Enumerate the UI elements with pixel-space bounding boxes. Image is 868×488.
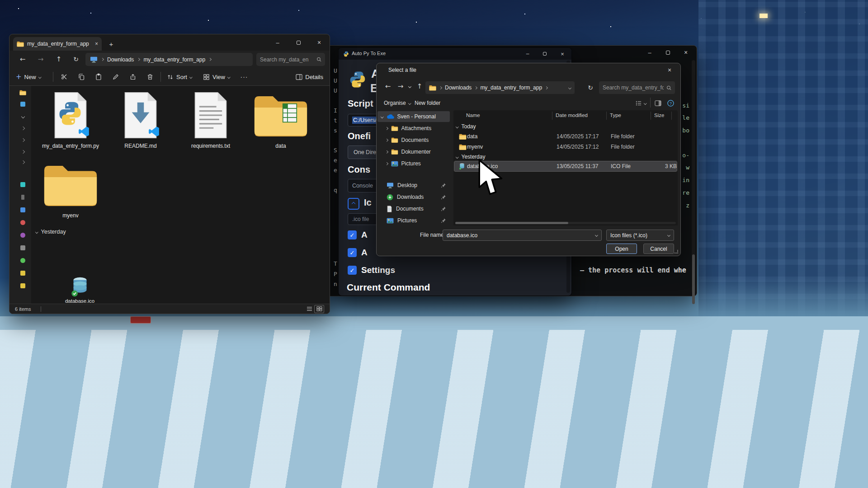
sidebar-item-dokumenter[interactable]: Dokumenter bbox=[377, 146, 450, 157]
sidebar-item-downloads[interactable]: Downloads bbox=[377, 192, 450, 202]
chevron-right-icon[interactable] bbox=[21, 160, 25, 164]
explorer-sidebar[interactable] bbox=[9, 86, 31, 304]
explorer-tab[interactable]: my_data_entry_form_app × bbox=[13, 37, 102, 51]
explorer-maximize-button[interactable] bbox=[288, 34, 309, 51]
preview-pane-button[interactable] bbox=[653, 98, 662, 108]
file-row-data[interactable]: data 14/05/2025 17:17 File folder bbox=[454, 131, 677, 141]
explorer-tabbar[interactable]: my_data_entry_form_app × + – × bbox=[9, 34, 330, 51]
sidebar-icon[interactable] bbox=[20, 258, 25, 263]
sidebar-item-documents-pinned[interactable]: Documents bbox=[377, 203, 450, 214]
copy-button[interactable] bbox=[75, 71, 87, 82]
explorer-refresh-button[interactable]: ↻ bbox=[70, 53, 82, 65]
file-tile-requirements[interactable]: requirements.txt bbox=[177, 88, 245, 155]
dialog-titlebar[interactable]: Select a file × bbox=[377, 63, 680, 77]
terminal-scrollbar[interactable] bbox=[692, 60, 695, 293]
explorer-up-button[interactable]: ↑ bbox=[53, 53, 65, 65]
autopy-maximize-button[interactable] bbox=[536, 48, 553, 60]
thumbnail-view-toggle[interactable] bbox=[314, 305, 324, 313]
file-tile-data-folder[interactable]: data bbox=[247, 88, 315, 155]
explorer-back-button[interactable]: ← bbox=[17, 53, 28, 65]
share-button[interactable] bbox=[127, 71, 139, 82]
breadcrumb-downloads[interactable]: Downloads bbox=[107, 56, 134, 63]
file-name-input[interactable] bbox=[447, 232, 595, 239]
terminal-scrollbar-thumb[interactable] bbox=[692, 254, 695, 304]
settings-section[interactable]: ✓ Settings bbox=[348, 265, 395, 276]
explorer-search-input[interactable] bbox=[260, 56, 314, 63]
dialog-forward-button[interactable]: → bbox=[395, 80, 406, 92]
file-tile-database-ico[interactable]: database.ico bbox=[49, 276, 110, 307]
explorer-close-button[interactable]: × bbox=[309, 34, 330, 51]
delete-button[interactable] bbox=[144, 71, 156, 82]
sidebar-folder-icon[interactable] bbox=[19, 90, 26, 95]
autopy-close-button[interactable]: × bbox=[553, 48, 571, 60]
terminal-close-button[interactable]: × bbox=[677, 46, 695, 59]
checkbox-checked-icon[interactable]: ✓ bbox=[348, 248, 357, 257]
breadcrumb-folder[interactable]: my_data_entry_form_app bbox=[480, 84, 542, 91]
advanced-section[interactable]: ✓ A bbox=[348, 247, 368, 258]
sidebar-item-onedrive-root[interactable]: Sven - Personal bbox=[377, 111, 450, 122]
sidebar-item-desktop[interactable]: Desktop bbox=[377, 180, 450, 191]
sidebar-icon[interactable] bbox=[20, 245, 25, 250]
sidebar-icon[interactable] bbox=[20, 233, 25, 238]
icon-section-expander[interactable] bbox=[348, 198, 359, 210]
sidebar-item-attachments[interactable]: Attachments bbox=[377, 123, 450, 134]
sidebar-icon[interactable] bbox=[20, 102, 25, 107]
sort-button[interactable]: Sort bbox=[167, 71, 192, 82]
details-view-toggle[interactable] bbox=[304, 305, 314, 313]
sidebar-icon[interactable] bbox=[20, 207, 25, 212]
help-button[interactable]: ? bbox=[666, 98, 675, 108]
breadcrumb-downloads[interactable]: Downloads bbox=[445, 84, 472, 91]
rename-button[interactable] bbox=[110, 71, 122, 82]
column-header-type[interactable]: Type bbox=[610, 113, 621, 118]
column-header-date[interactable]: Date modified bbox=[556, 113, 588, 118]
file-name-combobox[interactable] bbox=[443, 230, 602, 241]
chevron-right-icon[interactable] bbox=[21, 150, 25, 154]
view-mode-button[interactable] bbox=[635, 98, 646, 108]
dialog-address-bar[interactable]: Downloads my_data_entry_form_app bbox=[425, 81, 575, 94]
column-divider[interactable] bbox=[552, 112, 552, 120]
autopy-titlebar[interactable]: Auto Py To Exe – × bbox=[339, 48, 571, 60]
tab-close-button[interactable]: × bbox=[95, 41, 98, 47]
explorer-search-box[interactable] bbox=[256, 53, 325, 66]
column-divider[interactable] bbox=[671, 112, 672, 120]
sidebar-icon[interactable] bbox=[20, 271, 25, 276]
sidebar-icon[interactable] bbox=[20, 182, 25, 187]
column-divider[interactable] bbox=[651, 112, 651, 120]
additional-files-section[interactable]: ✓ A bbox=[348, 230, 368, 240]
group-header-yesterday[interactable]: Yesterday bbox=[36, 228, 66, 236]
scrollbar-thumb[interactable] bbox=[455, 222, 568, 224]
autopy-minimize-button[interactable]: – bbox=[519, 48, 536, 60]
file-row-myenv[interactable]: myenv 14/05/2025 17:12 File folder bbox=[454, 142, 677, 152]
column-header-size[interactable]: Size bbox=[654, 113, 664, 118]
paste-button[interactable] bbox=[93, 71, 104, 82]
address-dropdown-icon[interactable] bbox=[568, 86, 571, 89]
group-header-today[interactable]: Today bbox=[456, 122, 476, 131]
organise-button[interactable]: Organise bbox=[384, 98, 410, 108]
open-button[interactable]: Open bbox=[606, 244, 637, 254]
explorer-address-bar[interactable]: Downloads my_data_entry_form_app bbox=[85, 53, 253, 66]
sidebar-icon[interactable] bbox=[21, 195, 24, 200]
column-divider[interactable] bbox=[606, 112, 607, 120]
dialog-up-button[interactable]: ↑ bbox=[414, 80, 425, 92]
explorer-minimize-button[interactable]: – bbox=[267, 34, 288, 51]
dialog-back-button[interactable]: ← bbox=[382, 80, 394, 92]
sidebar-icon[interactable] bbox=[20, 220, 25, 225]
checkbox-checked-icon[interactable]: ✓ bbox=[348, 230, 357, 239]
chevron-right-icon[interactable] bbox=[21, 138, 25, 142]
sidebar-item-pictures-pinned[interactable]: Pictures bbox=[377, 215, 450, 225]
sidebar-item-pictures-onedrive[interactable]: Pictures bbox=[377, 158, 450, 169]
view-button[interactable]: View bbox=[203, 71, 230, 82]
sidebar-item-documents[interactable]: Documents bbox=[377, 135, 450, 145]
file-tile-readme[interactable]: README.md bbox=[107, 88, 175, 155]
chevron-right-icon[interactable] bbox=[21, 127, 25, 130]
cut-button[interactable] bbox=[58, 71, 70, 82]
dialog-history-dropdown[interactable] bbox=[406, 83, 413, 89]
dialog-search-input[interactable] bbox=[603, 84, 664, 91]
column-header-name[interactable]: Name bbox=[466, 113, 480, 118]
new-folder-button[interactable]: New folder bbox=[415, 98, 440, 108]
explorer-forward-button[interactable]: → bbox=[35, 53, 47, 65]
checkbox-checked-icon[interactable]: ✓ bbox=[348, 266, 357, 275]
terminal-minimize-button[interactable]: – bbox=[641, 46, 659, 59]
file-tile-python[interactable]: my_data_entry_form.py bbox=[37, 88, 104, 155]
dialog-refresh-button[interactable]: ↻ bbox=[585, 81, 596, 94]
